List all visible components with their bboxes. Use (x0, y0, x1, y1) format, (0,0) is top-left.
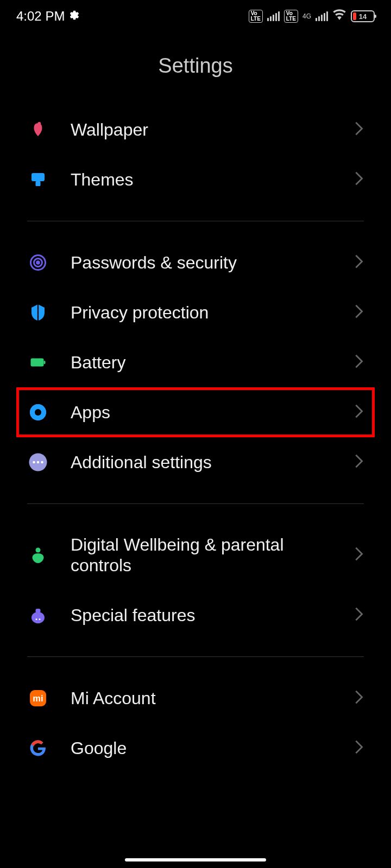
themes-icon (27, 169, 49, 190)
divider (27, 503, 364, 504)
svg-rect-1 (31, 173, 45, 181)
svg-rect-16 (36, 609, 41, 613)
status-left: 4:02 PM (16, 9, 80, 24)
chevron-right-icon (354, 121, 364, 138)
svg-point-17 (36, 618, 37, 620)
divider (27, 221, 364, 221)
settings-item-label: Apps (71, 402, 332, 423)
chevron-right-icon (354, 404, 364, 421)
settings-item-battery[interactable]: Battery (0, 337, 391, 387)
chevron-right-icon (354, 354, 364, 371)
gear-icon (69, 9, 80, 24)
page-title: Settings (0, 54, 391, 78)
settings-item-apps[interactable]: Apps (16, 387, 375, 437)
chevron-right-icon (354, 607, 364, 624)
home-indicator[interactable] (125, 858, 266, 861)
volte-icon: VoLTE (249, 10, 263, 23)
volte-icon-2: VoLTE (284, 10, 298, 23)
status-time: 4:02 PM (16, 9, 65, 24)
svg-rect-6 (31, 359, 44, 367)
chevron-right-icon (354, 454, 364, 471)
special-icon (27, 604, 49, 626)
page-header: Settings (0, 33, 391, 105)
chevron-right-icon (354, 304, 364, 321)
svg-rect-2 (36, 181, 41, 186)
chevron-right-icon (354, 739, 364, 757)
settings-item-label: Additional settings (71, 452, 332, 473)
settings-item-label: Battery (71, 352, 332, 373)
network-type: 4G (302, 14, 311, 19)
svg-point-5 (37, 261, 40, 264)
settings-item-privacy[interactable]: Privacy protection (0, 288, 391, 337)
settings-item-label: Privacy protection (71, 302, 332, 323)
settings-item-label: Passwords & security (71, 252, 332, 273)
wellbeing-icon (27, 544, 49, 566)
chevron-right-icon (354, 546, 364, 564)
chevron-right-icon (354, 254, 364, 271)
settings-item-label: Themes (71, 169, 332, 190)
chevron-right-icon (354, 690, 364, 707)
svg-point-13 (41, 461, 43, 464)
divider (27, 656, 364, 657)
svg-rect-7 (44, 361, 46, 364)
battery-level: 14 (359, 12, 367, 21)
signal-icon-2 (316, 11, 328, 21)
settings-item-wallpaper[interactable]: Wallpaper (0, 105, 391, 155)
svg-text:mi: mi (33, 693, 43, 703)
settings-item-additional[interactable]: Additional settings (0, 437, 391, 487)
mi-icon: mi (27, 687, 49, 709)
more-icon (27, 451, 49, 473)
settings-item-special[interactable]: Special features (0, 590, 391, 640)
svg-point-12 (37, 461, 40, 464)
apps-icon (27, 401, 49, 423)
svg-point-15 (31, 612, 45, 623)
battery-icon: 14 (351, 10, 375, 22)
settings-item-label: Mi Account (71, 688, 332, 709)
svg-point-11 (33, 461, 35, 464)
settings-item-label: Digital Wellbeing & parental controls (71, 534, 332, 576)
status-bar: 4:02 PM VoLTE VoLTE 4G 14 (0, 0, 391, 33)
battery-icon (27, 352, 49, 373)
settings-list: Wallpaper Themes Passwords & security Pr… (0, 105, 391, 773)
settings-item-google[interactable]: Google (0, 723, 391, 773)
shield-icon (27, 302, 49, 323)
signal-icon (267, 11, 280, 21)
settings-item-label: Wallpaper (71, 119, 332, 140)
settings-item-label: Special features (71, 605, 332, 626)
wifi-icon (332, 8, 346, 25)
svg-point-18 (39, 618, 41, 620)
settings-item-themes[interactable]: Themes (0, 155, 391, 205)
status-right: VoLTE VoLTE 4G 14 (249, 8, 375, 25)
chevron-right-icon (354, 171, 364, 188)
settings-item-label: Google (71, 738, 332, 758)
settings-item-passwords[interactable]: Passwords & security (0, 238, 391, 288)
svg-point-0 (37, 122, 41, 125)
settings-item-miaccount[interactable]: mi Mi Account (0, 673, 391, 723)
wallpaper-icon (27, 119, 49, 141)
google-icon (27, 737, 49, 759)
svg-point-9 (35, 409, 41, 416)
settings-item-wellbeing[interactable]: Digital Wellbeing & parental controls (0, 520, 391, 590)
fingerprint-icon (27, 252, 49, 273)
svg-point-14 (36, 548, 41, 553)
